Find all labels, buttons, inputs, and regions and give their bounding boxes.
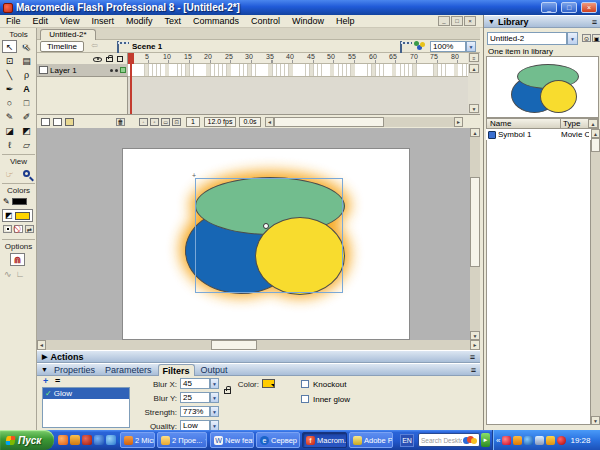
tray-collapse-chevron[interactable]: « <box>496 436 500 445</box>
straighten-option[interactable]: ∟ <box>16 269 25 279</box>
outline-layers-icon[interactable] <box>117 56 123 62</box>
snap-to-objects-option[interactable]: ⋒ <box>10 253 25 266</box>
library-document-select[interactable]: Untitled-2 <box>487 32 567 45</box>
doc-restore-button[interactable]: □ <box>451 16 463 26</box>
glow-color-swatch[interactable] <box>262 379 275 388</box>
search-desktop-box[interactable]: Search Desktop <box>418 433 480 447</box>
delete-layer-button[interactable]: 🗑 <box>116 118 125 126</box>
library-item-name[interactable]: Symbol 1 <box>498 130 559 139</box>
search-go-button[interactable]: ► <box>481 433 490 447</box>
menu-view[interactable]: View <box>54 16 85 26</box>
tray-icon-1[interactable] <box>502 436 511 445</box>
no-color-icon[interactable]: ⃠ <box>14 225 23 233</box>
start-button[interactable]: Пуск <box>0 430 54 450</box>
rectangle-tool[interactable]: □ <box>19 96 34 109</box>
tray-icon-5[interactable] <box>546 436 555 445</box>
timeline-hscroll-right[interactable]: ► <box>454 117 463 127</box>
layer-name[interactable]: Layer 1 <box>50 66 108 75</box>
hand-tool[interactable]: ☞ <box>2 167 17 180</box>
quicklaunch-icon-2[interactable] <box>70 435 80 445</box>
layer-visibility-dot[interactable] <box>110 69 113 72</box>
actions-expand-icon[interactable]: ▶ <box>42 353 47 361</box>
doc-close-button[interactable]: × <box>464 16 476 26</box>
column-type[interactable]: Type <box>560 119 588 128</box>
frame-rate-indicator[interactable]: 12.0 fps <box>204 117 236 127</box>
selection-tool[interactable]: ↖ <box>2 40 17 53</box>
ink-bottle-tool[interactable]: ◪ <box>2 124 17 137</box>
blur-x-stepper[interactable]: ▼ <box>210 378 219 389</box>
strength-stepper[interactable]: ▼ <box>210 406 219 417</box>
minimize-button[interactable]: _ <box>541 2 557 13</box>
tray-icon-4[interactable] <box>535 436 544 445</box>
tray-icon-3[interactable] <box>524 436 533 445</box>
line-tool[interactable]: ╲ <box>2 68 17 81</box>
gradient-transform-tool[interactable]: ▤ <box>19 54 34 67</box>
library-scroll-track[interactable] <box>591 138 600 416</box>
timeline-hscroll-thumb[interactable] <box>274 117 384 127</box>
timeline-hscroll-left[interactable]: ◄ <box>265 117 274 127</box>
stroke-color-control[interactable]: ✎ <box>3 197 27 206</box>
task-button-2[interactable]: 2 Прое... ▼ <box>157 432 207 448</box>
actions-panel-header[interactable]: ▶ Actions ≡ <box>37 350 480 363</box>
tab-parameters[interactable]: Parameters <box>101 365 156 375</box>
timeline-scroll-up[interactable]: ▲ <box>469 64 479 73</box>
fill-color-control[interactable]: ◩ <box>2 209 33 222</box>
stage-hscroll-left[interactable]: ◄ <box>37 340 46 350</box>
library-panel-menu-icon[interactable]: ≡ <box>592 17 597 27</box>
properties-collapse-icon[interactable]: ▼ <box>41 366 48 373</box>
timeline-hscroll-track[interactable] <box>274 117 454 127</box>
insert-layer-folder-button[interactable] <box>65 118 74 126</box>
timeline-toggle-button[interactable]: Timeline <box>40 41 84 52</box>
lock-blur-icon[interactable] <box>224 389 231 394</box>
filter-list-item[interactable]: ✓ Glow <box>43 388 129 399</box>
blur-y-stepper[interactable]: ▼ <box>210 392 219 403</box>
timeline-panel-menu-icon[interactable]: ≡ <box>469 53 479 62</box>
inner-glow-checkbox[interactable] <box>301 395 309 403</box>
stage-hscroll-track[interactable] <box>46 340 470 350</box>
quicklaunch-icon-1[interactable] <box>58 435 68 445</box>
library-collapse-icon[interactable]: ▼ <box>488 18 495 25</box>
eraser-tool[interactable]: ▱ <box>19 138 34 151</box>
blur-x-input[interactable]: 45 <box>180 378 210 389</box>
library-scroll-up[interactable]: ▲ <box>591 129 600 138</box>
smooth-option[interactable]: ∿ <box>4 269 12 279</box>
close-button[interactable]: × <box>581 2 597 13</box>
pencil-tool[interactable]: ✎ <box>2 110 17 123</box>
library-scroll-down[interactable]: ▼ <box>591 416 600 425</box>
stage-vscroll-track[interactable] <box>470 137 480 331</box>
new-library-panel-icon[interactable]: ▣ <box>592 34 600 42</box>
library-column-headers[interactable]: Name Type ▲ <box>486 118 599 129</box>
stage-hscroll-thumb[interactable] <box>211 340 257 350</box>
timeline-scroll-down[interactable]: ▼ <box>469 104 479 113</box>
menu-modify[interactable]: Modify <box>120 16 159 26</box>
stage-hscroll-right[interactable]: ► <box>470 340 480 350</box>
zoom-tool[interactable] <box>19 167 34 180</box>
oval-tool[interactable]: ○ <box>2 96 17 109</box>
document-tab[interactable]: Untitled-2* <box>40 29 96 40</box>
task-button-flash[interactable]: f Macrom... <box>302 432 347 448</box>
library-item-row[interactable]: Symbol 1 Movie Cl <box>486 129 591 140</box>
stroke-color-swatch[interactable] <box>12 198 27 205</box>
remove-filter-button[interactable]: = <box>55 377 64 386</box>
tray-icon-6[interactable] <box>557 436 566 445</box>
layer-outline-color-swatch[interactable] <box>120 67 126 73</box>
pasteboard[interactable]: + <box>37 128 470 340</box>
actions-panel-menu-icon[interactable]: ≡ <box>470 352 475 362</box>
subselection-tool[interactable]: ↖ <box>19 40 34 53</box>
menu-text[interactable]: Text <box>158 16 187 26</box>
selection-rectangle[interactable] <box>195 178 343 293</box>
library-scroll-thumb[interactable] <box>591 138 600 152</box>
tab-filters[interactable]: Filters <box>158 364 195 376</box>
language-indicator[interactable]: EN <box>400 434 414 447</box>
stage-vscroll-thumb[interactable] <box>470 177 480 267</box>
lock-layers-icon[interactable] <box>106 57 113 62</box>
menu-control[interactable]: Control <box>245 16 286 26</box>
center-frame-icon[interactable]: ◦ <box>139 118 148 126</box>
stage-vscroll-down[interactable]: ▼ <box>470 331 480 340</box>
library-pin-icon[interactable]: ⊙ <box>582 34 591 42</box>
default-colors-icon[interactable] <box>3 225 12 233</box>
back-arrow-icon[interactable]: ⇦ <box>91 41 98 50</box>
add-filter-button[interactable]: + <box>43 377 52 386</box>
menu-insert[interactable]: Insert <box>85 16 120 26</box>
eyedropper-tool[interactable]: ℓ <box>2 138 17 151</box>
